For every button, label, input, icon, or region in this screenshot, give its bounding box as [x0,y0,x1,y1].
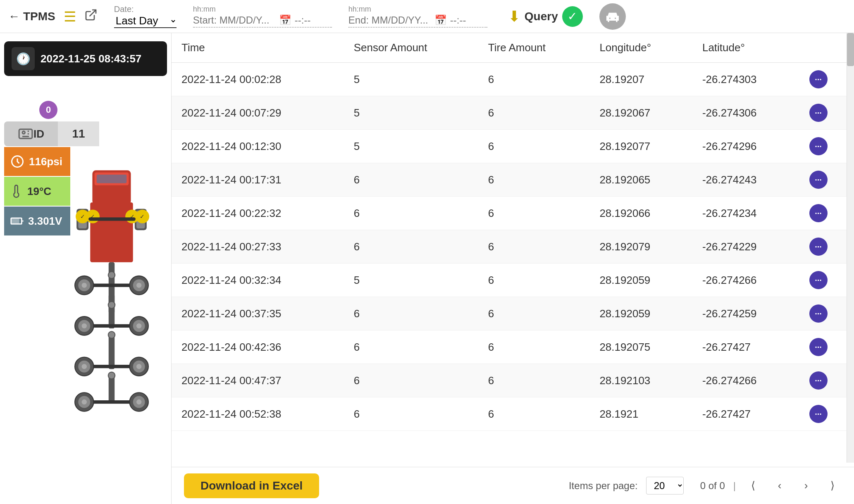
table-row: 2022-11-24 00:32:34 5 6 28.192059 -26.27… [172,264,854,297]
cell-tire-amount: 6 [478,230,590,264]
start-date-input[interactable] [193,14,276,26]
more-button[interactable]: ··· [809,104,828,122]
app-title: TPMS [23,10,55,23]
next-page-button[interactable]: › [797,477,815,495]
right-panel: Time Sensor Amount Tire Amount Longitude… [172,33,854,504]
cell-sensor-amount: 6 [344,364,478,397]
query-download-icon: ⬇ [508,8,520,25]
col-tire-amount: Tire Amount [478,33,590,63]
start-time-input[interactable] [295,14,332,26]
more-button[interactable]: ··· [809,137,828,155]
start-datetime-field: hh:mm 📅 [193,5,332,28]
scrollbar-thumb[interactable] [847,33,854,66]
prev-page-button[interactable]: ‹ [771,477,789,495]
more-button[interactable]: ··· [809,171,828,189]
scrollbar-track[interactable] [847,33,854,463]
cell-tire-amount: 6 [478,96,590,130]
cell-tire-amount: 6 [478,163,590,197]
cell-more: ··· [799,197,854,230]
cell-longitude: 28.1921 [589,397,692,431]
cell-time: 2022-11-24 00:27:33 [172,230,344,264]
col-latitude: Latitude° [692,33,799,63]
cell-longitude: 28.19207 [589,63,692,96]
date-section: Date: Last Day Last Week Custom [114,5,177,28]
query-label: Query [525,10,558,23]
svg-point-43 [82,364,87,369]
query-button[interactable]: ⬇ Query ✓ [508,6,583,27]
more-button[interactable]: ··· [809,338,828,356]
start-calendar-icon[interactable]: 📅 [279,14,291,26]
cell-latitude: -26.274243 [692,163,799,197]
timestamp-box: 🕐 2022-11-25 08:43:57 [4,41,167,76]
download-excel-button[interactable]: Download in Excel [184,473,319,498]
col-time: Time [172,33,344,63]
id-label: ID [4,121,58,146]
cell-longitude: 28.192077 [589,130,692,163]
svg-rect-5 [12,219,19,223]
items-per-page-select[interactable]: 20 10 50 100 [646,477,684,494]
first-page-button[interactable]: ⟨ [744,477,762,495]
cell-latitude: -26.274266 [692,364,799,397]
cell-latitude: -26.274296 [692,130,799,163]
id-icon [18,126,33,142]
page-separator: | [733,480,736,492]
end-time-input[interactable] [450,14,487,26]
cell-time: 2022-11-24 00:17:31 [172,163,344,197]
external-link-icon[interactable] [84,8,98,24]
table-row: 2022-11-24 00:37:35 6 6 28.192059 -26.27… [172,297,854,330]
car-svg-icon [604,8,621,25]
more-button[interactable]: ··· [809,204,828,222]
cell-more: ··· [799,397,854,431]
table-row: 2022-11-24 00:17:31 6 6 28.192065 -26.27… [172,163,854,197]
more-button[interactable]: ··· [809,238,828,256]
car-icon-button[interactable] [599,3,626,30]
temp-value: 19°C [27,185,51,198]
cell-tire-amount: 6 [478,330,590,364]
cell-tire-amount: 6 [478,364,590,397]
svg-point-2 [22,131,25,134]
table-row: 2022-11-24 00:27:33 6 6 28.192079 -26.27… [172,230,854,264]
cell-sensor-amount: 6 [344,163,478,197]
more-button[interactable]: ··· [809,304,828,323]
end-date-input[interactable] [348,14,431,26]
more-button[interactable]: ··· [809,405,828,423]
end-datetime-field: hh:mm 📅 [348,5,487,28]
items-per-page-label: Items per page: [569,480,638,492]
end-calendar-icon[interactable]: 📅 [434,14,447,26]
more-button[interactable]: ··· [809,271,828,289]
cell-time: 2022-11-24 00:52:38 [172,397,344,431]
svg-point-51 [82,399,87,404]
clock-icon: 🕐 [12,47,35,70]
table-row: 2022-11-24 00:52:38 6 6 28.1921 -26.2742… [172,397,854,431]
date-select[interactable]: Last Day Last Week Custom [114,14,177,28]
more-button[interactable]: ··· [809,70,828,88]
svg-rect-39 [109,335,115,369]
cell-longitude: 28.192075 [589,330,692,364]
svg-point-35 [82,323,87,328]
cell-tire-amount: 6 [478,297,590,330]
cell-sensor-amount: 5 [344,264,478,297]
svg-point-54 [136,399,141,404]
bottom-bar: Download in Excel Items per page: 20 10 … [172,467,854,504]
cell-longitude: 28.192067 [589,96,692,130]
vehicle-svg: ✓ ✓ ✓ ✓ [54,166,169,414]
top-bar: ← TPMS ☰ Date: Last Day Last Week Custom… [0,0,854,33]
svg-point-27 [82,283,87,288]
cell-sensor-amount: 5 [344,63,478,96]
last-page-button[interactable]: ⟩ [823,477,842,495]
cell-more: ··· [799,297,854,330]
temp-icon [10,184,23,199]
table-row: 2022-11-24 00:02:28 5 6 28.19207 -26.274… [172,63,854,96]
svg-text:✓: ✓ [140,213,145,220]
table-body: 2022-11-24 00:02:28 5 6 28.19207 -26.274… [172,63,854,431]
page-info: 0 of 0 [700,480,725,492]
cell-longitude: 28.192059 [589,297,692,330]
hamburger-icon[interactable]: ☰ [64,8,76,25]
more-button[interactable]: ··· [809,371,828,390]
table-wrapper[interactable]: Time Sensor Amount Tire Amount Longitude… [172,33,854,467]
cell-time: 2022-11-24 00:42:36 [172,330,344,364]
left-panel: 🕐 2022-11-25 08:43:57 0 ID [0,33,172,504]
back-button[interactable]: ← TPMS [8,10,55,23]
svg-text:✓: ✓ [80,213,85,220]
svg-line-0 [90,10,96,16]
